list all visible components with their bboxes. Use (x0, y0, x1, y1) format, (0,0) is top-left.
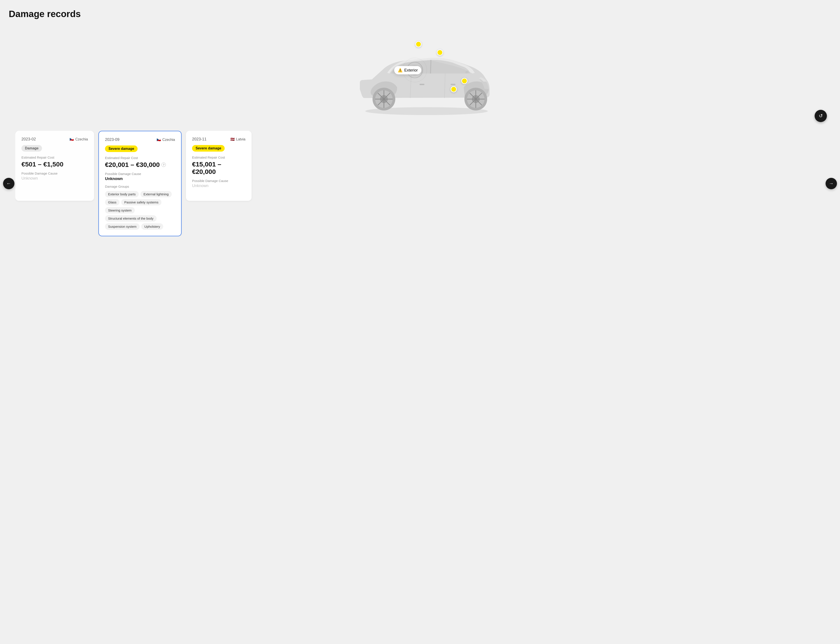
card-0-cost-label: Estimated Repair Cost (21, 156, 88, 159)
tag-structural-elements: Structural elements of the body (105, 215, 157, 222)
svg-rect-18 (419, 84, 424, 85)
card-1-country-name: Czechia (162, 138, 175, 142)
card-2-cost-value: €15,001 – €20,000 (192, 161, 245, 176)
tag-suspension-system: Suspension system (105, 223, 140, 230)
left-arrow-icon: ← (7, 181, 11, 186)
tag-glass: Glass (105, 199, 120, 205)
card-1-cost-value: €20,001 – €30,000 ? (105, 161, 175, 168)
damage-dot-front-fender[interactable] (461, 78, 467, 84)
flag-icon-2: 🇱🇻 (230, 137, 235, 141)
damage-card-1[interactable]: 2023-09 🇨🇿 Czechia Severe damage Estimat… (99, 131, 182, 236)
tag-exterior-body-parts: Exterior body parts (105, 191, 139, 197)
damage-card-2[interactable]: 2023-11 🇱🇻 Latvia Severe damage Estimate… (186, 131, 252, 201)
card-0-badge: Damage (21, 145, 42, 151)
flag-icon-0: 🇨🇿 (69, 137, 74, 141)
next-card-button[interactable]: → (825, 178, 837, 189)
cost-info-icon[interactable]: ? (161, 163, 166, 167)
page-title: Damage records (9, 9, 831, 19)
card-1-cost-label: Estimated Repair Cost (105, 156, 175, 160)
car-model: ⚠️ Exterior (344, 34, 496, 118)
card-1-cause-label: Possible Damage Cause (105, 172, 175, 176)
card-0-cause-label: Possible Damage Cause (21, 171, 88, 175)
card-1-tags: Exterior body parts External lightning G… (105, 191, 175, 230)
flag-icon-1: 🇨🇿 (157, 138, 161, 142)
svg-rect-19 (450, 84, 455, 85)
tag-upholstery: Upholstery (141, 223, 163, 230)
card-2-cost-label: Estimated Repair Cost (192, 156, 245, 159)
card-0-country-name: Czechia (75, 137, 88, 141)
svg-line-1 (431, 60, 431, 74)
card-0-cause-value: Unknown (21, 176, 88, 181)
rotate-icon: ↺ (819, 113, 823, 119)
card-2-header: 2023-11 🇱🇻 Latvia (192, 137, 245, 141)
card-1-country: 🇨🇿 Czechia (157, 138, 175, 142)
cards-section: ← 2023-02 🇨🇿 Czechia Damage Estimated Re… (9, 131, 831, 236)
card-2-country-name: Latvia (236, 137, 245, 141)
card-2-cause-label: Possible Damage Cause (192, 179, 245, 182)
card-0-header: 2023-02 🇨🇿 Czechia (21, 137, 88, 141)
exterior-tooltip: ⚠️ Exterior (394, 66, 421, 74)
card-1-date: 2023-09 (105, 137, 120, 142)
car-visualization: ⚠️ Exterior ↺ (9, 26, 831, 127)
damage-dot-front-bumper[interactable] (450, 86, 457, 92)
cards-row: 2023-02 🇨🇿 Czechia Damage Estimated Repa… (15, 131, 825, 236)
tooltip-label: Exterior (404, 68, 418, 72)
card-0-country: 🇨🇿 Czechia (69, 137, 88, 141)
right-arrow-icon: → (829, 181, 833, 186)
tag-steering-system: Steering system (105, 207, 135, 214)
card-1-groups-label: Damage Groups (105, 185, 175, 188)
card-2-country: 🇱🇻 Latvia (230, 137, 245, 141)
card-1-header: 2023-09 🇨🇿 Czechia (105, 137, 175, 142)
previous-card-button[interactable]: ← (3, 178, 15, 189)
card-0-date: 2023-02 (21, 137, 36, 141)
card-2-badge: Severe damage (192, 145, 225, 151)
tag-passive-safety: Passive safety systems (121, 199, 161, 205)
card-1-cause-value: Unknown (105, 177, 175, 181)
warning-triangle-icon: ⚠️ (398, 68, 403, 72)
damage-card-0[interactable]: 2023-02 🇨🇿 Czechia Damage Estimated Repa… (15, 131, 94, 201)
card-1-badge: Severe damage (105, 145, 138, 152)
card-2-cause-value: Unknown (192, 184, 245, 188)
tag-external-lightning: External lightning (140, 191, 172, 197)
rotate-button[interactable]: ↺ (815, 110, 827, 122)
card-0-cost-value: €501 – €1,500 (21, 161, 88, 168)
card-2-date: 2023-11 (192, 137, 207, 141)
